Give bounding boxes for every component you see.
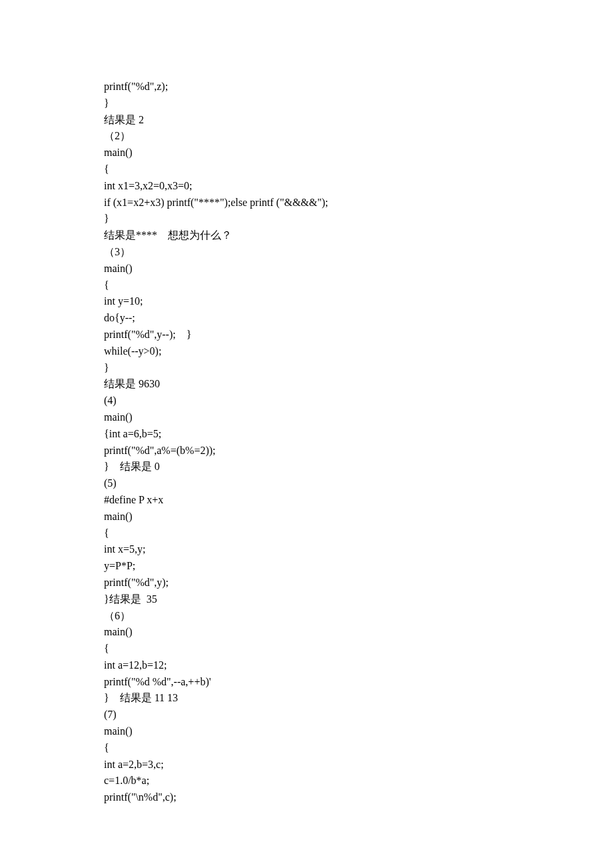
code-line: } 结果是 11 13	[104, 690, 613, 707]
code-line: {	[104, 277, 613, 294]
code-line: } 结果是 0	[104, 459, 613, 475]
code-line: (7)	[104, 707, 613, 723]
code-line: int x=5,y;	[104, 541, 613, 558]
code-line: printf("%d %d",--a,++b)'	[104, 674, 613, 691]
code-line: 结果是 9630	[104, 376, 613, 393]
code-line: printf("%d",a%=(b%=2));	[104, 443, 613, 459]
code-line: }	[104, 360, 613, 377]
code-line: main()	[104, 723, 613, 740]
code-line: }	[104, 95, 613, 112]
code-line: main()	[104, 509, 613, 525]
code-line: （2）	[104, 128, 613, 145]
code-line: }结果是 35	[104, 591, 613, 608]
code-line: {int a=6,b=5;	[104, 426, 613, 443]
code-line: if (x1=x2+x3) printf("****");else printf…	[104, 195, 613, 211]
code-line: c=1.0/b*a;	[104, 773, 613, 789]
code-line: main()	[104, 261, 613, 277]
code-line: }	[104, 211, 613, 227]
code-line: (4)	[104, 393, 613, 409]
code-line: int y=10;	[104, 293, 613, 310]
code-line: printf("\n%d",c);	[104, 789, 613, 806]
code-line: {	[104, 161, 613, 178]
code-line: 结果是**** 想想为什么？	[104, 227, 613, 244]
code-line: （6）	[104, 608, 613, 625]
code-line: int x1=3,x2=0,x3=0;	[104, 178, 613, 195]
code-line: main()	[104, 624, 613, 641]
code-line: 结果是 2	[104, 112, 613, 129]
code-line: printf("%d",y);	[104, 575, 613, 591]
code-line: (5)	[104, 475, 613, 492]
code-line: {	[104, 641, 613, 657]
code-line: while(--y>0);	[104, 343, 613, 360]
code-line: {	[104, 740, 613, 757]
code-line: #define P x+x	[104, 492, 613, 509]
code-line: main()	[104, 409, 613, 426]
code-line: int a=2,b=3,c;	[104, 757, 613, 773]
code-line: {	[104, 525, 613, 542]
code-line: printf("%d",z);	[104, 79, 613, 95]
code-line: printf("%d",y--); }	[104, 327, 613, 343]
code-line: int a=12,b=12;	[104, 657, 613, 674]
code-line: main()	[104, 145, 613, 161]
code-line: y=P*P;	[104, 558, 613, 575]
document-page: printf("%d",z); } 结果是 2 （2） main() { int…	[0, 0, 613, 868]
code-line: do{y--;	[104, 310, 613, 327]
code-line: （3）	[104, 244, 613, 261]
